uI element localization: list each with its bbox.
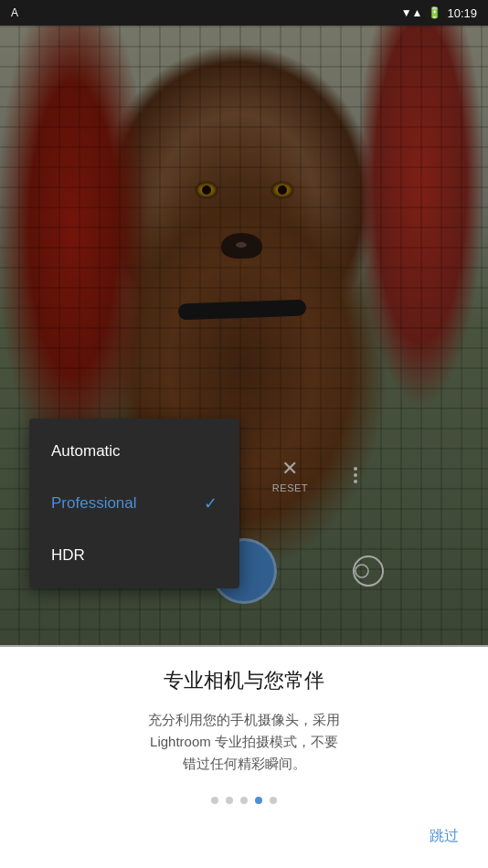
automatic-label: Automatic [51,442,121,460]
status-bar-left: A [11,6,18,19]
more-options-button[interactable] [354,467,357,483]
clock: 10:19 [447,6,477,20]
menu-item-professional[interactable]: Professional ✓ [29,477,239,530]
page-dot-3 [240,797,248,804]
dot2 [354,473,357,477]
page-dots-indicator [211,797,277,804]
skip-button[interactable]: 跳过 [430,827,459,846]
status-bar: A ▼▲ 🔋 10:19 [0,0,488,26]
status-bar-right: ▼▲ 🔋 10:19 [401,6,477,20]
reset-control[interactable]: ✕ RESET [272,457,308,493]
bottom-panel: 专业相机与您常伴 充分利用您的手机摄像头，采用Lightroom 专业拍摄模式，… [0,645,488,868]
dot1 [354,467,357,471]
dog-eye-right [272,183,292,197]
promo-title: 专业相机与您常伴 [164,667,324,694]
camera-viewfinder: WB AWB AUTO ✕ RESET [0,0,488,649]
hdr-label: HDR [51,546,85,565]
promo-description: 充分利用您的手机摄像头，采用Lightroom 专业拍摄模式，不要错过任何精彩瞬… [148,709,340,775]
hdr-toggle-button[interactable] [350,553,387,589]
check-icon: ✓ [204,493,217,513]
dog-nose [221,233,262,259]
menu-item-automatic[interactable]: Automatic [29,426,239,477]
mode-dropdown-menu: Automatic Professional ✓ HDR [29,418,239,588]
close-icon[interactable]: ✕ [281,457,298,481]
dot3 [354,480,357,483]
reset-label: RESET [272,482,308,493]
battery-icon: 🔋 [428,6,441,19]
svg-point-3 [355,565,368,577]
page-dot-1 [211,797,218,804]
page-dot-4 [255,797,262,804]
dog-eye-left [196,183,217,197]
signal-icon: ▼▲ [401,6,423,19]
page-dot-5 [270,797,277,804]
page-dot-2 [226,797,233,804]
app-icon: A [11,6,18,19]
professional-label: Professional [51,494,137,513]
menu-item-hdr[interactable]: HDR [29,530,239,581]
